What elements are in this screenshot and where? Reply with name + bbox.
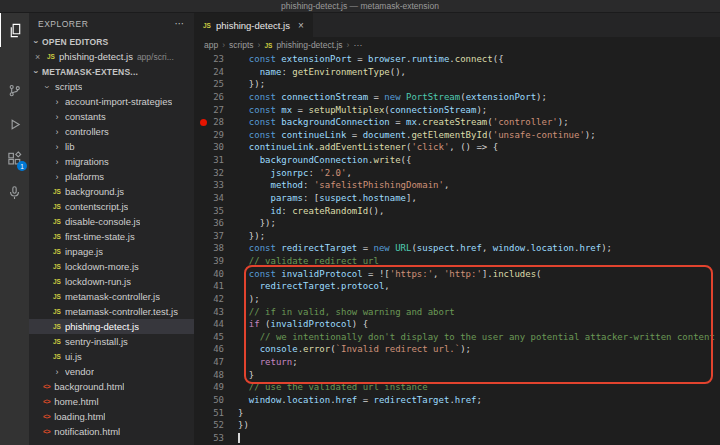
js-file-icon: JS	[53, 218, 61, 225]
explorer-icon[interactable]	[0, 13, 29, 47]
code-line-24[interactable]: 24 name: getEnvironmentType(),	[194, 66, 720, 79]
code-line-41[interactable]: 41 redirectTarget.protocol,	[194, 280, 720, 293]
breadcrumb-item-file[interactable]: phishing-detect.js	[276, 40, 342, 50]
line-number: 46	[194, 343, 224, 356]
file-label: controllers	[65, 126, 109, 137]
tree-item-disable-console.js[interactable]: JSdisable-console.js	[29, 214, 194, 229]
tree-item-lockdown-more.js[interactable]: JSlockdown-more.js	[29, 259, 194, 274]
code-line-44[interactable]: 44 if (invalidProtocol) {	[194, 318, 720, 331]
tree-item-home.html[interactable]: <>home.html	[29, 394, 194, 409]
sidebar-title: EXPLORER	[38, 19, 88, 29]
tree-item-constants[interactable]: ›constants	[29, 109, 194, 124]
window-title: phishing-detect.js — metamask-extension	[281, 1, 439, 11]
code-text: console.error(`Invalid redirect url.`);	[224, 343, 471, 356]
breadcrumb-more-icon[interactable]: ⋯	[353, 40, 362, 50]
tree-item-background.js[interactable]: JSbackground.js	[29, 184, 194, 199]
tree-item-vendor[interactable]: ›vendor	[29, 364, 194, 379]
code-line-27[interactable]: 27 const mx = setupMultiplex(connectionS…	[194, 104, 720, 117]
open-editors-header[interactable]: › OPEN EDITORS	[29, 34, 194, 49]
tree-item-ui.js[interactable]: JSui.js	[29, 349, 194, 364]
code-line-26[interactable]: 26 const connectionStream = new PortStre…	[194, 91, 720, 104]
line-number: 39	[194, 255, 224, 268]
sidebar: EXPLORER ⋯ › OPEN EDITORS × JS phishing-…	[29, 13, 194, 445]
code-line-36[interactable]: 36 });	[194, 217, 720, 230]
tree-item-account-import-strategies[interactable]: ›account-import-strategies	[29, 94, 194, 109]
code-line-45[interactable]: 45 // we intentionally don't display to …	[194, 331, 720, 344]
tree-item-lib[interactable]: ›lib	[29, 139, 194, 154]
code-line-37[interactable]: 37 });	[194, 230, 720, 243]
tree-item-loading.html[interactable]: <>loading.html	[29, 409, 194, 424]
tree-item-scripts[interactable]: ›scripts	[29, 79, 194, 94]
line-number: 31	[194, 154, 224, 167]
extensions-icon[interactable]: 1	[0, 141, 29, 175]
code-line-33[interactable]: 33 method: 'safelistPhishingDomain',	[194, 179, 720, 192]
code-line-46[interactable]: 46 console.error(`Invalid redirect url.`…	[194, 343, 720, 356]
breadcrumb-separator: ›	[258, 40, 261, 50]
code-text: });	[224, 217, 276, 230]
chevron-down-icon: ›	[42, 83, 52, 91]
code-text: })	[224, 419, 249, 432]
close-icon[interactable]: ×	[298, 20, 304, 31]
tree-item-metamask-controller.js[interactable]: JSmetamask-controller.js	[29, 289, 194, 304]
microphone-icon[interactable]	[0, 175, 29, 209]
code-line-39[interactable]: 39 // validate redirect url	[194, 255, 720, 268]
code-line-32[interactable]: 32 jsonrpc: '2.0',	[194, 167, 720, 180]
code-line-30[interactable]: 30 continueLink.addEventListener('click'…	[194, 141, 720, 154]
tree-item-migrations[interactable]: ›migrations	[29, 154, 194, 169]
source-control-icon[interactable]	[0, 73, 29, 107]
breadcrumb-item-scripts[interactable]: scripts	[229, 40, 254, 50]
open-editor-file: phishing-detect.js	[59, 51, 133, 62]
tree-item-inpage.js[interactable]: JSinpage.js	[29, 244, 194, 259]
code-line-34[interactable]: 34 params: [suspect.hostname],	[194, 192, 720, 205]
chevron-right-icon: ›	[53, 157, 61, 167]
tree-item-lockdown-run.js[interactable]: JSlockdown-run.js	[29, 274, 194, 289]
code-line-28[interactable]: 28 const backgroundConnection = mx.creat…	[194, 116, 720, 129]
tree-item-notification.html[interactable]: <>notification.html	[29, 424, 194, 439]
tree-item-sentry-install.js[interactable]: JSsentry-install.js	[29, 334, 194, 349]
tab-label: phishing-detect.js	[216, 20, 290, 31]
code-line-47[interactable]: 47 return;	[194, 356, 720, 369]
code-line-35[interactable]: 35 id: createRandomId(),	[194, 205, 720, 218]
code-line-51[interactable]: 51}	[194, 407, 720, 420]
close-icon[interactable]: ×	[35, 52, 43, 62]
js-file-icon: JS	[264, 42, 272, 49]
line-number: 34	[194, 192, 224, 205]
tree-item-background.html[interactable]: <>background.html	[29, 379, 194, 394]
code-editor[interactable]: 23 const extensionPort = browser.runtime…	[194, 53, 720, 445]
open-editor-path: app/scri...	[137, 52, 174, 62]
js-file-icon: JS	[203, 22, 211, 29]
tree-item-phishing-detect.js[interactable]: JSphishing-detect.js	[29, 319, 194, 334]
tab-phishing-detect[interactable]: JS phishing-detect.js ×	[194, 13, 313, 37]
open-editor-item[interactable]: × JS phishing-detect.js app/scri...	[29, 49, 194, 64]
tree-item-controllers[interactable]: ›controllers	[29, 124, 194, 139]
breakpoint-icon[interactable]	[200, 119, 207, 126]
workspace-root-header[interactable]: › METAMASK-EXTENS...	[29, 64, 194, 79]
js-file-icon: JS	[47, 53, 55, 60]
file-label: inpage.js	[65, 246, 103, 257]
more-actions-icon[interactable]: ⋯	[175, 18, 186, 29]
code-line-43[interactable]: 43 // if in valid, show warning and abor…	[194, 306, 720, 319]
code-line-31[interactable]: 31 backgroundConnection.write({	[194, 154, 720, 167]
tree-item-first-time-state.js[interactable]: JSfirst-time-state.js	[29, 229, 194, 244]
line-number: 30	[194, 141, 224, 154]
code-text: );	[224, 293, 260, 306]
code-text: redirectTarget.protocol,	[224, 280, 390, 293]
code-line-50[interactable]: 50 window.location.href = redirectTarget…	[194, 394, 720, 407]
code-line-29[interactable]: 29 const continueLink = document.getElem…	[194, 129, 720, 142]
code-line-25[interactable]: 25 });	[194, 78, 720, 91]
code-line-40[interactable]: 40 const invalidProtocol = !['https:', '…	[194, 268, 720, 281]
breadcrumb-item-app[interactable]: app	[204, 40, 218, 50]
tree-item-metamask-controller.test.js[interactable]: JSmetamask-controller.test.js	[29, 304, 194, 319]
tree-item-contentscript.js[interactable]: JScontentscript.js	[29, 199, 194, 214]
code-line-53[interactable]: 53	[194, 432, 720, 445]
breadcrumb-separator: ›	[347, 40, 350, 50]
run-debug-icon[interactable]	[0, 107, 29, 141]
code-text: jsonrpc: '2.0',	[224, 167, 352, 180]
code-line-23[interactable]: 23 const extensionPort = browser.runtime…	[194, 53, 720, 66]
code-line-48[interactable]: 48 }	[194, 369, 720, 382]
code-line-38[interactable]: 38 const redirectTarget = new URL(suspec…	[194, 242, 720, 255]
tree-item-platforms[interactable]: ›platforms	[29, 169, 194, 184]
code-line-49[interactable]: 49 // use the validated url instance	[194, 381, 720, 394]
code-line-52[interactable]: 52})	[194, 419, 720, 432]
code-line-42[interactable]: 42 );	[194, 293, 720, 306]
